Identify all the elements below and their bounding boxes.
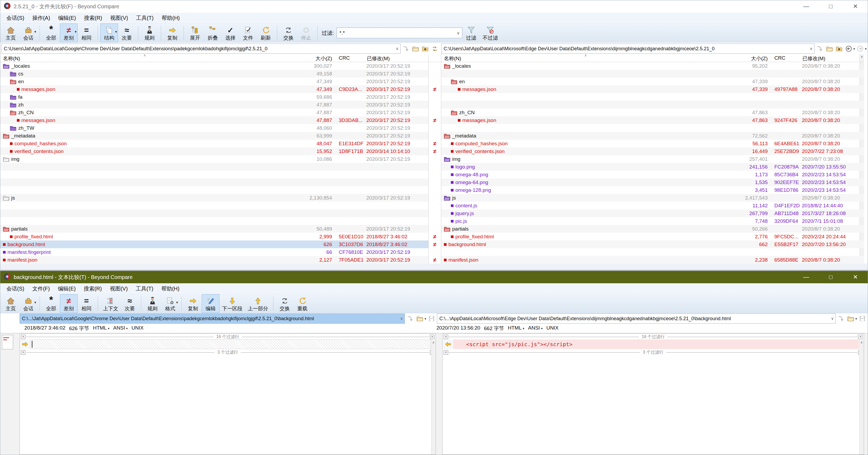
toolbar-button-格式[interactable]: 格式▾ — [161, 294, 179, 313]
toolbar-button-重载[interactable]: 重载 — [293, 294, 311, 313]
file-row[interactable]: omega-64.png1,535902EEF7E2020/2/23 14:53… — [441, 178, 864, 186]
column-header-row[interactable]: 名称(N)∧大小(Z)CRC已修改(M) — [0, 54, 428, 62]
file-row[interactable]: logo.png241,156FC20879A2020/7/20 13:55:5… — [441, 163, 864, 171]
file-row[interactable]: js2,417,5432020/8/7 0:38:20 — [441, 194, 864, 202]
empty-row[interactable] — [0, 186, 428, 194]
menu-item[interactable]: 视图(V) — [106, 285, 132, 292]
toolbar-button-刷新[interactable]: 刷新 — [257, 24, 275, 42]
toolbar-button-文件[interactable]: 文件 — [239, 24, 257, 42]
sync-folders-icon[interactable] — [431, 44, 439, 53]
empty-row[interactable] — [0, 209, 428, 217]
toolbar-button-上一部分[interactable]: 上一部分 — [245, 294, 271, 313]
file-row[interactable]: background.html662E55B2F172020/7/20 13:5… — [441, 240, 864, 248]
parent-folder-icon[interactable] — [421, 44, 430, 53]
file-row[interactable]: manifest.json2,2386585D88E2020/8/7 0:38:… — [441, 256, 864, 263]
file-row[interactable]: profile_fixed.html2,7769FC5DC...2020/2/2… — [441, 233, 864, 240]
toolbar-button-交换[interactable]: 交换 — [276, 294, 293, 313]
expand-icon[interactable]: + — [444, 335, 448, 339]
scroll-up-icon[interactable]: ∧ — [431, 340, 436, 345]
forward-icon[interactable] — [856, 44, 865, 53]
file-row[interactable]: en47,3492020/3/17 20:52:19 — [0, 77, 428, 85]
file-row[interactable]: _metadata63,9992020/3/17 20:52:19 — [0, 132, 428, 140]
left-file-path-input[interactable]: C:\...\Jat\AppData\Local\Google\Chrome D… — [20, 314, 405, 324]
column-header-row[interactable]: 名称(N)∧大小(Z)CRC已修改(M) — [441, 54, 864, 62]
file-row[interactable]: _metadata72,5622020/8/7 0:38:20 — [441, 132, 864, 140]
menu-item[interactable]: 工具(T) — [132, 14, 158, 22]
maximize-button[interactable]: □ — [818, 271, 843, 283]
close-button[interactable]: ✕ — [843, 0, 868, 12]
file-row[interactable]: _locales95,2022020/8/7 0:38:20 — [441, 62, 864, 70]
browse-file-icon[interactable] — [846, 314, 855, 323]
save-icon[interactable] — [858, 314, 867, 323]
toolbar-button-交换[interactable]: 交换 — [280, 24, 297, 42]
collapsed-lines-bottom[interactable]: + 3 个过滤行 + — [20, 350, 435, 355]
file-row[interactable]: computed_hashes.json56,1136E4ABE612020/8… — [441, 140, 864, 148]
menu-item[interactable]: 会话(S) — [2, 14, 28, 22]
file-row[interactable]: pic.js7,7483209DF642020/7/1 15:01:08 — [441, 217, 864, 225]
empty-row[interactable] — [0, 171, 428, 178]
file-row[interactable]: verified_contents.json16,44925E72BD92020… — [441, 148, 864, 155]
right-format-select[interactable]: HTML▾ — [508, 325, 524, 332]
file-row[interactable]: en47,3392020/8/7 0:38:20 — [441, 77, 864, 85]
file-row[interactable]: messages.json47,33949797A882020/8/7 0:38… — [441, 85, 864, 93]
menu-item[interactable]: 搜索(R) — [80, 285, 106, 292]
left-format-select[interactable]: HTML▾ — [93, 325, 110, 332]
menu-item[interactable]: 会话(S) — [2, 285, 28, 292]
left-encoding-select[interactable]: ANSI▾ — [113, 325, 128, 332]
left-file-pane[interactable]: 名称(N)∧大小(Z)CRC已修改(M)_locales300,0272020/… — [0, 54, 429, 263]
fc-titlebar[interactable]: 2.5.21_0 - 文件夹比较(F) - Beyond Compare — □… — [0, 0, 868, 12]
file-row[interactable]: img10,0862020/3/17 20:52:19 — [0, 155, 428, 163]
minimize-button[interactable]: — — [794, 0, 818, 12]
file-row[interactable]: img257,4012020/8/7 0:38:20 — [441, 155, 864, 163]
file-row[interactable]: fa59,6862020/3/17 20:52:19 — [0, 93, 428, 101]
toolbar-button-复制[interactable]: 复制 — [184, 294, 202, 313]
browse-folder-icon[interactable] — [411, 44, 420, 53]
expand-icon[interactable]: + — [21, 350, 25, 355]
toolbar-button-全部[interactable]: *全部 — [42, 24, 60, 42]
chevron-down-icon[interactable]: ∨ — [399, 316, 403, 321]
menu-item[interactable]: 视图(V) — [106, 14, 132, 22]
file-row[interactable]: messages.json47,349C9D23A...2020/3/17 20… — [0, 85, 428, 93]
collapsed-lines-top[interactable]: + 16 个过滤行 + — [443, 334, 863, 339]
expand-icon[interactable]: + — [858, 335, 863, 339]
save-icon[interactable] — [427, 314, 436, 323]
file-row[interactable]: profile_fixed.html2,9995E0E1D102018/8/27… — [0, 233, 428, 240]
menu-item[interactable]: 帮助(H) — [157, 285, 184, 292]
vertical-scrollbar[interactable]: ∧ — [859, 340, 864, 454]
empty-row[interactable] — [441, 124, 864, 132]
menu-item[interactable]: 搜索(R) — [80, 14, 106, 22]
browse-file-icon[interactable] — [415, 314, 424, 323]
toolbar-button-差别[interactable]: ≠差别▾ — [60, 24, 78, 42]
right-file-path-input[interactable]: C:\...\AppData\Local\Microsoft\Edge Dev\… — [437, 314, 836, 324]
toolbar-button-结构[interactable]: 结构▾ — [100, 24, 118, 42]
toolbar-button-选择[interactable]: ✓选择 — [221, 24, 239, 42]
menu-item[interactable]: 编辑(E) — [54, 14, 80, 22]
parent-folder-icon[interactable] — [835, 44, 843, 53]
toolbar-button-复制[interactable]: 复制 — [163, 24, 181, 42]
empty-row[interactable] — [0, 202, 428, 209]
toolbar-button-会话[interactable]: 会话▾ — [20, 24, 37, 42]
right-file-pane[interactable]: ∧ 名称(N)∧大小(Z)CRC已修改(M)_locales95,2022020… — [441, 54, 864, 263]
diff-line-right[interactable]: <script src="js/pic.js"></script> — [442, 339, 864, 349]
toolbar-button-主页[interactable]: 主页 — [2, 294, 20, 313]
file-row[interactable]: jquery.js267,799AB711D482017/3/27 18:26:… — [441, 209, 864, 217]
file-row[interactable]: zh_CN47,8872020/3/17 20:52:19 — [0, 108, 428, 116]
file-row[interactable]: cs49,1582020/3/17 20:52:19 — [0, 70, 428, 77]
file-row[interactable]: messages.json47,8639247F4262020/8/7 0:38… — [441, 116, 864, 124]
overview-strip[interactable] — [2, 335, 19, 455]
toolbar-button-下一区段[interactable]: 下一区段 — [219, 294, 245, 313]
paste-to-other-icon[interactable] — [402, 44, 410, 53]
chevron-down-icon[interactable]: ∨ — [395, 46, 399, 51]
toolbar-button-相同[interactable]: =相同 — [78, 24, 95, 42]
empty-row[interactable] — [441, 248, 864, 256]
menu-item[interactable]: 帮助(H) — [158, 14, 184, 22]
empty-row[interactable] — [441, 101, 864, 108]
diff-line-left[interactable] — [20, 339, 436, 349]
file-row[interactable]: messages.json47,8873D3DAB...2020/3/17 20… — [0, 116, 428, 124]
menu-item[interactable]: 操作(A) — [28, 14, 54, 22]
expand-icon[interactable]: + — [21, 335, 25, 339]
toolbar-button-相同[interactable]: =相同 — [78, 294, 95, 313]
expand-icon[interactable]: + — [430, 335, 435, 339]
toolbar-button-规则[interactable]: 规则 — [144, 294, 161, 313]
vertical-scrollbar[interactable]: ∧ — [431, 340, 436, 454]
